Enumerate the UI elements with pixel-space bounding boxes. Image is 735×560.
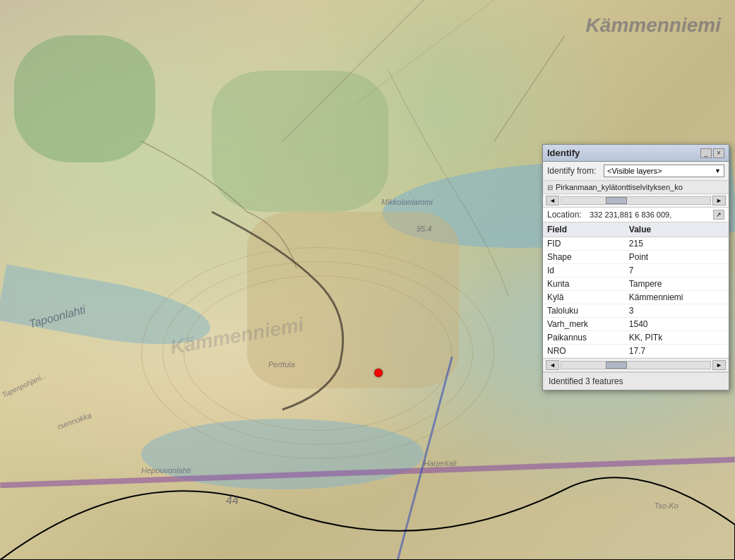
field-cell: Kunta	[543, 278, 625, 291]
scroll-right-button[interactable]: ►	[712, 196, 726, 205]
layer-expand-icon: ⊟	[547, 184, 553, 191]
field-cell: Id	[543, 264, 625, 278]
value-cell: 7	[625, 264, 729, 278]
fortyfour-label: 44	[226, 494, 239, 507]
terrain-area-2	[212, 71, 388, 212]
identify-from-label: Identify from:	[547, 166, 604, 176]
tupenpohjanl-label: Tupenpohjanl...	[1, 371, 47, 399]
water-body-left	[0, 265, 215, 357]
table-row: Taloluku3	[543, 304, 729, 318]
panel-titlebar: Identify _ ×	[543, 145, 729, 162]
value-cell: KK, PITk	[625, 331, 729, 345]
table-row: Id7	[543, 264, 729, 278]
field-cell: Shape	[543, 251, 625, 264]
minimize-button[interactable]: _	[700, 148, 712, 158]
panel-title: Identify	[547, 148, 580, 158]
table-row: KyläKämmenniemi	[543, 291, 729, 304]
field-cell: Taloluku	[543, 304, 625, 318]
svg-line-2	[494, 35, 565, 141]
value-cell: 3	[625, 304, 729, 318]
attributes-table: Field Value FID215ShapePointId7KuntaTamp…	[543, 222, 729, 358]
value-cell: Tampere	[625, 278, 729, 291]
value-cell: 17.7	[625, 345, 729, 358]
bottom-scroll-row: ◄ ►	[543, 358, 729, 372]
kammenniemi-title-label: Kämmenniemi	[586, 14, 721, 37]
dropdown-arrow-icon: ▼	[715, 167, 721, 174]
scroll-track[interactable]	[561, 196, 711, 205]
terrain-area-3	[247, 212, 459, 388]
field-cell: Varh_merk	[543, 318, 625, 331]
location-row: Location: 332 231,881 6 836 009, ↗	[543, 208, 729, 222]
table-body: FID215ShapePointId7KuntaTampereKyläKämme…	[543, 237, 729, 358]
location-value: 332 231,881 6 836 009,	[590, 210, 671, 219]
table-row: Varh_merk1540	[543, 318, 729, 331]
table-row: KuntaTampere	[543, 278, 729, 291]
location-expand-button[interactable]: ↗	[713, 210, 724, 220]
value-cell: Point	[625, 251, 729, 264]
dropdown-value: <Visible layers>	[607, 167, 662, 175]
layer-name: Pirkanmaan_kylätonttiselvityksen_ko	[556, 183, 683, 191]
location-label: Location:	[547, 210, 590, 220]
bottom-scroll-left-button[interactable]: ◄	[546, 360, 559, 370]
status-text: Identified 3 features	[549, 376, 623, 386]
layer-row: ⊟ Pirkanmaan_kylätonttiselvityksen_ko	[543, 181, 729, 194]
status-bar: Identified 3 features	[543, 372, 729, 390]
panel-controls: _ ×	[700, 148, 724, 158]
bottom-scroll-right-button[interactable]: ►	[712, 360, 726, 370]
value-cell: Kämmenniemi	[625, 291, 729, 304]
close-button[interactable]: ×	[713, 148, 724, 158]
tso-ko-label: Tso-Ko	[655, 501, 679, 510]
rsennokka-label: rsennokka	[56, 411, 92, 431]
value-cell: 1540	[625, 318, 729, 331]
field-column-header: Field	[543, 222, 625, 237]
identify-from-row: Identify from: <Visible layers> ▼	[543, 162, 729, 181]
table-row: FID215	[543, 237, 729, 251]
value-cell: 215	[625, 237, 729, 251]
identify-panel: Identify _ × Identify from: <Visible lay…	[542, 144, 729, 391]
value-column-header: Value	[625, 222, 729, 237]
horizontal-scroll-row: ◄ ►	[543, 194, 729, 208]
map-marker	[374, 369, 383, 377]
scroll-thumb	[606, 197, 627, 204]
field-cell: Paikannus	[543, 331, 625, 345]
field-cell: Kylä	[543, 291, 625, 304]
field-cell: FID	[543, 237, 625, 251]
table-row: PaikannusKK, PITk	[543, 331, 729, 345]
table-row: ShapePoint	[543, 251, 729, 264]
terrain-area-1	[14, 35, 155, 162]
visible-layers-dropdown[interactable]: <Visible layers> ▼	[604, 165, 724, 177]
field-cell: NRO	[543, 345, 625, 358]
bottom-scroll-track[interactable]	[561, 361, 711, 369]
table-row: NRO17.7	[543, 345, 729, 358]
scroll-left-button[interactable]: ◄	[546, 196, 559, 205]
bottom-scroll-thumb	[606, 362, 627, 369]
